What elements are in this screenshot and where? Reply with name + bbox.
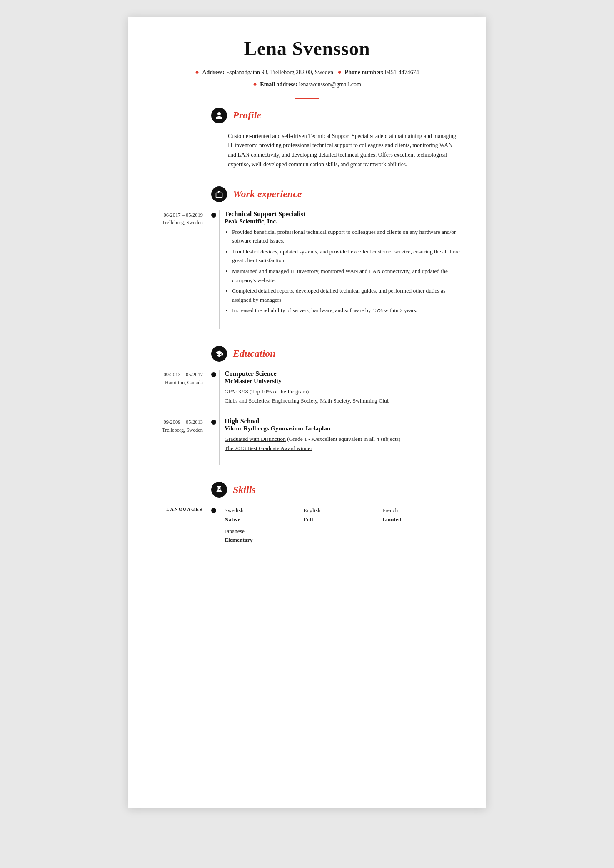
- profile-text: Customer-oriented and self-driven Techni…: [228, 132, 461, 170]
- email-value: lenaswensson@gmail.com: [299, 81, 361, 88]
- education-icon: [211, 346, 227, 362]
- lang-name-1: English: [303, 507, 320, 513]
- header-divider: [295, 98, 319, 99]
- skills-icon: [211, 482, 227, 498]
- grad-value-1: (Grade 1 - A/excellent equivalent in all…: [286, 436, 401, 442]
- email-label: Email address:: [260, 81, 297, 88]
- address-label: Address:: [202, 69, 224, 75]
- work-timeline: 06/2017 – 05/2019 Trelleborg, Sweden Tec…: [211, 210, 461, 329]
- lang-2: French Limited: [382, 506, 461, 524]
- languages-label: LANGUAGES: [153, 506, 211, 512]
- skills-header: Skills: [211, 482, 461, 498]
- briefcase-icon: [215, 190, 223, 198]
- bullet-0-3: Completed detailed reports, developed de…: [232, 286, 461, 304]
- clubs-value-0: : Engineering Society, Math Society, Swi…: [269, 398, 390, 404]
- work-date-0: 06/2017 – 05/2019 Trelleborg, Sweden: [153, 210, 211, 317]
- degree-0: Computer Science: [225, 370, 461, 378]
- work-dot-0: [211, 213, 216, 218]
- degree-1: High School: [225, 418, 461, 425]
- education-entry-1: 09/2009 – 05/2013 Trelleborg, Sweden Hig…: [211, 418, 461, 453]
- graduation-icon: [215, 350, 223, 358]
- job-title-0: Technical Support Specialist: [225, 210, 461, 218]
- resume-document: Lena Svensson ● Address: Esplanadgatan 9…: [128, 17, 486, 808]
- person-icon: [215, 111, 223, 120]
- lang-level-1: Full: [303, 516, 313, 523]
- languages-grid: Swedish Native English Full French Limit…: [225, 506, 461, 544]
- bullet-0-1: Troubleshot devices, updated systems, an…: [232, 247, 461, 265]
- profile-header: Profile: [211, 108, 461, 123]
- lang-level-2: Limited: [382, 516, 402, 523]
- education-timeline: 09/2013 – 05/2017 Hamilton, Canada Compu…: [211, 370, 461, 465]
- work-bullets-0: Provided beneficial professional technic…: [232, 228, 461, 315]
- bullet-0-0: Provided beneficial professional technic…: [232, 228, 461, 245]
- grad-label-1: Graduated with Distinction: [225, 436, 286, 442]
- gpa-label-0: GPA: [225, 388, 235, 395]
- education-entries: 09/2013 – 05/2017 Hamilton, Canada Compu…: [211, 370, 461, 465]
- profile-section: Profile Customer-oriented and self-drive…: [153, 108, 461, 170]
- address-value: Esplanadgatan 93, Trelleborg 282 00, Swe…: [226, 69, 333, 75]
- work-experience-section: Work experience 06/2017 – 05/2019 Trelle…: [153, 186, 461, 329]
- lang-0: Swedish Native: [225, 506, 303, 524]
- award-1: The 2013 Best Graduate Award winner: [225, 445, 312, 451]
- languages-dot: [211, 508, 216, 513]
- edu-date-0: 09/2013 – 05/2017 Hamilton, Canada: [153, 370, 211, 405]
- work-entry-0: 06/2017 – 05/2019 Trelleborg, Sweden Tec…: [211, 210, 461, 317]
- lang-name-2: French: [382, 507, 398, 513]
- skills-section: Skills LANGUAGES Swedish Native English …: [153, 482, 461, 544]
- company-0: Peak Scientific, Inc.: [225, 218, 461, 225]
- work-content-0: Technical Support Specialist Peak Scient…: [225, 210, 461, 317]
- dot-address: ●: [195, 68, 199, 75]
- contact-info: ● Address: Esplanadgatan 93, Trelleborg …: [153, 66, 461, 90]
- skills-title: Skills: [233, 484, 256, 495]
- lang-name-0: Swedish: [225, 507, 244, 513]
- edu-dot-1: [211, 420, 216, 425]
- bullet-0-2: Maintained and managed IT inventory, mon…: [232, 267, 461, 285]
- candidate-name: Lena Svensson: [153, 38, 461, 60]
- lang-3: Japanese Elementary: [225, 527, 303, 545]
- dot-email: ●: [253, 80, 257, 88]
- work-icon: [211, 186, 227, 202]
- lang-level-3: Elementary: [225, 537, 252, 543]
- phone-value: 0451-4474674: [385, 69, 419, 75]
- flask-icon: [215, 485, 223, 494]
- bullet-0-4: Increased the reliability of servers, ha…: [232, 306, 461, 315]
- education-header: Education: [211, 346, 461, 362]
- lang-1: English Full: [303, 506, 382, 524]
- education-section: Education 09/2013 – 05/2017 Hamilton, Ca…: [153, 346, 461, 465]
- dot-phone: ●: [337, 68, 342, 75]
- education-title: Education: [233, 348, 276, 359]
- work-title: Work experience: [233, 188, 302, 200]
- edu-content-1: High School Viktor Rydbergs Gymnasium Ja…: [225, 418, 461, 453]
- edu-detail-0: GPA: 3.98 (Top 10% of the Program) Clubs…: [225, 387, 461, 405]
- edu-date-1: 09/2009 – 05/2013 Trelleborg, Sweden: [153, 418, 211, 453]
- languages-content: Swedish Native English Full French Limit…: [225, 506, 461, 544]
- lang-level-0: Native: [225, 516, 240, 523]
- institution-0: McMaster University: [225, 378, 461, 385]
- profile-title: Profile: [233, 110, 261, 121]
- lang-name-3: Japanese: [225, 528, 245, 534]
- edu-detail-1: Graduated with Distinction (Grade 1 - A/…: [225, 435, 461, 453]
- skills-languages-row: LANGUAGES Swedish Native English Full Fr…: [211, 506, 461, 544]
- clubs-label-0: Clubs and Societies: [225, 398, 269, 404]
- resume-header: Lena Svensson ● Address: Esplanadgatan 9…: [153, 38, 461, 99]
- gpa-value-0: : 3.98 (Top 10% of the Program): [235, 388, 309, 395]
- profile-icon: [211, 108, 227, 123]
- work-entries: 06/2017 – 05/2019 Trelleborg, Sweden Tec…: [211, 210, 461, 329]
- edu-dot-0: [211, 372, 216, 377]
- edu-content-0: Computer Science McMaster University GPA…: [225, 370, 461, 405]
- institution-1: Viktor Rydbergs Gymnasium Jarlaplan: [225, 425, 461, 432]
- work-experience-header: Work experience: [211, 186, 461, 202]
- education-entry-0: 09/2013 – 05/2017 Hamilton, Canada Compu…: [211, 370, 461, 405]
- phone-label: Phone number:: [345, 69, 384, 75]
